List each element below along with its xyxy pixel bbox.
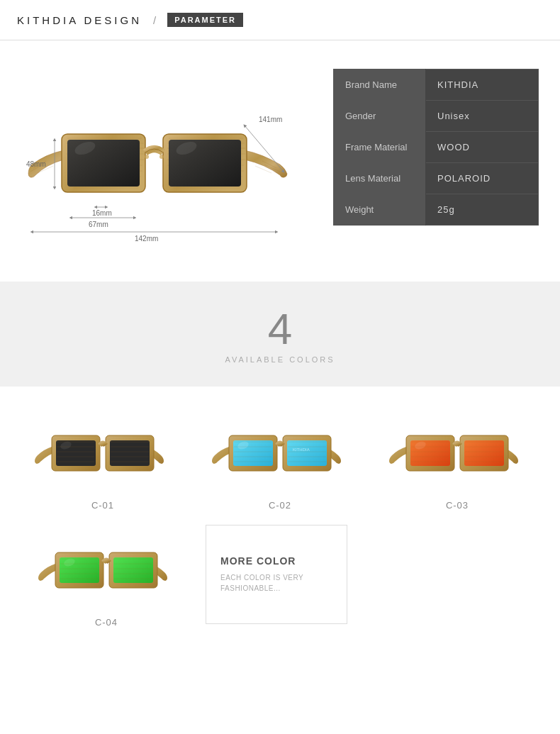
svg-text:67mm: 67mm xyxy=(89,221,108,228)
swatch-c03-label: C-03 xyxy=(446,500,469,511)
specs-table: Brand NameKITHDIAGenderUnisexFrame Mater… xyxy=(333,69,539,226)
svg-text:141mm: 141mm xyxy=(259,116,282,123)
swatch-c02-image: KITHDIA xyxy=(209,408,351,493)
swatch-c02-label: C-02 xyxy=(269,500,291,511)
swatch-c03-image xyxy=(386,408,528,493)
page-header: KITHDIA DESIGN / PARAMETER xyxy=(0,0,560,40)
spec-label: Lens Material xyxy=(334,163,426,194)
spec-label: Brand Name xyxy=(334,69,426,101)
specs-section: 48mm 16mm 67mm 142mm 141mm Brand NameKIT… xyxy=(0,40,560,282)
more-color-title: MORE COLOR xyxy=(220,555,332,567)
diagram-area: 48mm 16mm 67mm 142mm 141mm xyxy=(14,62,319,260)
specs-row-2: Frame MaterialWOOD xyxy=(334,132,539,163)
swatch-c04: C-04 xyxy=(28,525,184,628)
svg-text:142mm: 142mm xyxy=(135,235,158,243)
spec-value: POLAROID xyxy=(426,163,539,194)
specs-row-1: GenderUnisex xyxy=(334,101,539,132)
specs-table-container: Brand NameKITHDIAGenderUnisexFrame Mater… xyxy=(333,62,539,260)
parameter-badge: PARAMETER xyxy=(167,13,243,27)
specs-row-4: Weight25g xyxy=(334,194,539,226)
svg-rect-94 xyxy=(113,557,153,583)
swatch-c04-label: C-04 xyxy=(95,617,118,628)
svg-point-32 xyxy=(145,155,149,159)
svg-text:KITHDIA: KITHDIA xyxy=(293,447,310,452)
spec-value: 25g xyxy=(426,194,539,226)
more-color-box: MORE COLOR EACH COLOR IS VERY FASHIONABL… xyxy=(206,525,347,624)
spec-label: Frame Material xyxy=(334,132,426,163)
svg-rect-48 xyxy=(110,440,150,466)
specs-row-3: Lens MaterialPOLAROID xyxy=(334,163,539,194)
swatches-section: C-01 xyxy=(0,387,560,663)
colors-subtitle: AVAILABLE COLORS xyxy=(14,355,546,364)
swatch-c03: C-03 xyxy=(379,408,535,511)
swatch-c01-image xyxy=(32,408,174,493)
svg-point-33 xyxy=(159,155,164,159)
svg-rect-79 xyxy=(464,440,504,466)
svg-rect-63 xyxy=(287,440,327,466)
specs-row-0: Brand NameKITHDIA xyxy=(334,69,539,101)
header-slash: / xyxy=(153,14,156,26)
swatch-c04-image xyxy=(35,525,177,610)
spec-value: KITHDIA xyxy=(426,69,539,101)
swatch-c01: C-01 xyxy=(25,408,181,511)
swatches-bottom-row: C-04 MORE COLOR EACH COLOR IS VERY FASHI… xyxy=(14,525,546,649)
colors-count: 4 xyxy=(14,307,546,351)
spec-label: Weight xyxy=(334,194,426,226)
spec-value: WOOD xyxy=(426,132,539,163)
svg-text:48mm: 48mm xyxy=(26,160,46,168)
spec-value: Unisex xyxy=(426,101,539,132)
swatch-c02: KITHDIA C-02 xyxy=(202,408,358,511)
brand-name: KITHDIA DESIGN xyxy=(17,14,142,26)
swatches-top-row: C-01 xyxy=(14,408,546,511)
glasses-diagram: 48mm 16mm 67mm 142mm 141mm xyxy=(25,83,308,239)
spec-label: Gender xyxy=(334,101,426,132)
swatch-c01-label: C-01 xyxy=(91,500,114,511)
colors-header-section: 4 AVAILABLE COLORS xyxy=(0,282,560,387)
svg-text:16mm: 16mm xyxy=(92,209,112,217)
more-color-desc: EACH COLOR IS VERY FASHIONABLE... xyxy=(220,572,332,594)
glasses-svg: 48mm 16mm 67mm 142mm 141mm xyxy=(25,83,308,246)
